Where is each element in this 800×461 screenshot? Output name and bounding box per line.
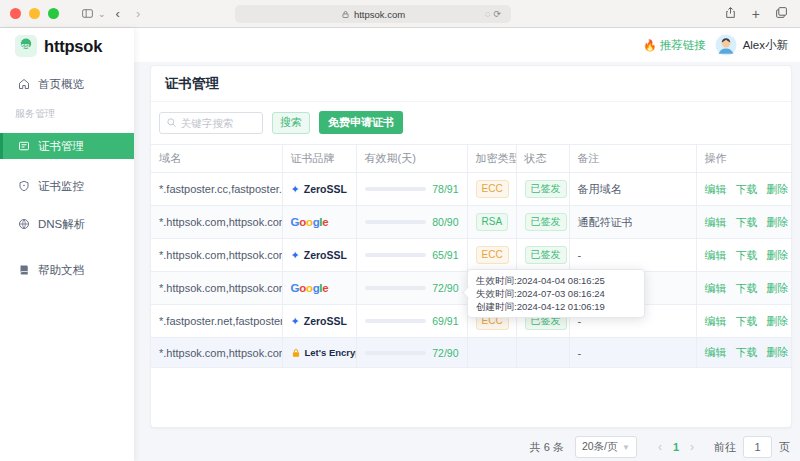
status-badge: 已签发: [525, 246, 567, 264]
page-unit-label: 页: [779, 440, 790, 455]
user-menu[interactable]: Alex小新: [715, 34, 788, 56]
page-title: 证书管理: [151, 66, 791, 102]
actions-cell: 编辑下载删除: [696, 173, 791, 206]
edit-link[interactable]: 编辑: [705, 282, 727, 294]
download-link[interactable]: 下载: [736, 249, 758, 261]
search-button[interactable]: 搜索: [272, 112, 310, 134]
sidebar-item-cert-manage[interactable]: 证书管理: [0, 133, 134, 159]
back-button[interactable]: ‹: [116, 7, 120, 20]
lets-encrypt-lock-icon: [291, 348, 301, 358]
download-link[interactable]: 下载: [736, 183, 758, 195]
brand-cell: ✦ZeroSSL: [282, 305, 356, 338]
table-row: *.httpsok.com,httpsok.com✦ZeroSSL65/91EC…: [151, 239, 791, 272]
edit-link[interactable]: 编辑: [705, 346, 727, 358]
actions-cell: 编辑下载删除: [696, 272, 791, 305]
sidebar: SSL httpsok 首页概览服务管理证书管理证书监控DNS解析帮助文档: [0, 28, 134, 461]
search-box: [159, 112, 263, 134]
encryption-tag: RSA: [476, 213, 509, 231]
delete-link[interactable]: 删除: [767, 282, 789, 294]
apply-certificate-button[interactable]: 免费申请证书: [319, 111, 403, 134]
download-link[interactable]: 下载: [736, 315, 758, 327]
share-icon[interactable]: [724, 5, 737, 23]
validity-value: 72/90: [432, 282, 458, 294]
domain-cell: *.fastposter.cc,fastposter.cc: [151, 173, 282, 206]
validity-progress: 80/90: [365, 216, 459, 228]
validity-cell: 72/90: [356, 338, 467, 368]
promo-label: 推荐链接: [660, 38, 706, 53]
column-header: 域名: [151, 145, 282, 173]
chevron-down-icon[interactable]: ⌄: [98, 9, 106, 19]
edit-link[interactable]: 编辑: [705, 315, 727, 327]
reader-and-reload-icons[interactable]: ◌⟳: [485, 9, 504, 19]
note-cell: -: [569, 338, 696, 368]
goto-label: 前往: [714, 440, 736, 455]
delete-link[interactable]: 删除: [767, 249, 789, 261]
page-size-select[interactable]: 20条/页 ▼: [575, 436, 637, 458]
sidebar-item-dns[interactable]: DNS解析: [0, 213, 134, 235]
sidebar-toggle-icon[interactable]: [81, 7, 94, 20]
sidebar-item-cert-monitor[interactable]: 证书监控: [0, 175, 134, 197]
app-name: httpsok: [44, 37, 102, 56]
validity-value: 69/91: [432, 315, 458, 327]
delete-link[interactable]: 删除: [767, 216, 789, 228]
column-header: 备注: [569, 145, 696, 173]
new-tab-button[interactable]: +: [752, 7, 760, 21]
close-window-button[interactable]: [10, 8, 21, 19]
certificate-icon: [18, 140, 30, 152]
validity-value: 65/91: [432, 249, 458, 261]
brand-cell: Google: [282, 272, 356, 305]
brand-cell: Let's Encrypt: [282, 338, 356, 368]
promo-link[interactable]: 🔥 推荐链接: [643, 38, 706, 53]
actions-cell: 编辑下载删除: [696, 338, 791, 368]
forward-button[interactable]: ›: [136, 7, 140, 20]
goto-page-input[interactable]: [743, 436, 772, 458]
delete-link[interactable]: 删除: [767, 315, 789, 327]
toolbar: 搜索 免费申请证书: [151, 102, 791, 144]
minimize-window-button[interactable]: [29, 8, 40, 19]
domain-cell: *.httpsok.com,httpsok.com: [151, 239, 282, 272]
total-count-label: 共 6 条: [530, 440, 564, 455]
validity-cell: 65/91: [356, 239, 467, 272]
download-link[interactable]: 下载: [736, 282, 758, 294]
address-bar[interactable]: httpsok.com ◌⟳: [235, 5, 511, 23]
download-link[interactable]: 下载: [736, 346, 758, 358]
sidebar-menu: 首页概览服务管理证书管理证书监控DNS解析帮助文档: [0, 63, 134, 281]
sidebar-item-label: 帮助文档: [38, 263, 84, 278]
sidebar-item-docs[interactable]: 帮助文档: [0, 259, 134, 281]
validity-cell: 80/90: [356, 206, 467, 239]
validity-cell: 69/91: [356, 305, 467, 338]
domain-cell: *.fastposter.net,fastposter.net: [151, 305, 282, 338]
delete-link[interactable]: 删除: [767, 346, 789, 358]
validity-progress: 72/90: [365, 347, 459, 359]
brand-name: ZeroSSL: [304, 183, 347, 195]
actions-cell: 编辑下载删除: [696, 305, 791, 338]
download-link[interactable]: 下载: [736, 216, 758, 228]
prev-page-button[interactable]: ‹: [650, 440, 670, 454]
edit-link[interactable]: 编辑: [705, 249, 727, 261]
encryption-cell: ECC: [467, 239, 516, 272]
delete-link[interactable]: 删除: [767, 183, 789, 195]
certificate-card: 证书管理 搜索 免费申请证书 域名证书: [150, 65, 792, 428]
validity-progress: 78/91: [365, 183, 459, 195]
svg-text:SSL: SSL: [21, 44, 30, 49]
status-cell: [516, 338, 569, 368]
validity-progress: 72/90: [365, 282, 459, 294]
edit-link[interactable]: 编辑: [705, 216, 727, 228]
edit-link[interactable]: 编辑: [705, 183, 727, 195]
domain-cell: *.httpsok.com,httpsok.com: [151, 272, 282, 305]
note-cell: -: [569, 239, 696, 272]
lock-icon: [341, 10, 350, 19]
zoom-window-button[interactable]: [48, 8, 59, 19]
book-icon: [18, 264, 30, 276]
column-header: 状态: [516, 145, 569, 173]
zerossl-icon: ✦: [291, 183, 300, 196]
ssl-shield-icon: SSL: [15, 35, 37, 57]
pagination: 共 6 条 20条/页 ▼ ‹ 1 › 前往 页: [150, 436, 792, 458]
search-input[interactable]: [181, 117, 256, 129]
home-icon: [18, 78, 30, 90]
next-page-button[interactable]: ›: [682, 440, 702, 454]
sidebar-item-label: 首页概览: [38, 77, 84, 92]
current-page-button[interactable]: 1: [670, 441, 682, 453]
tab-overview-icon[interactable]: [775, 5, 788, 23]
sidebar-item-home[interactable]: 首页概览: [0, 73, 134, 95]
